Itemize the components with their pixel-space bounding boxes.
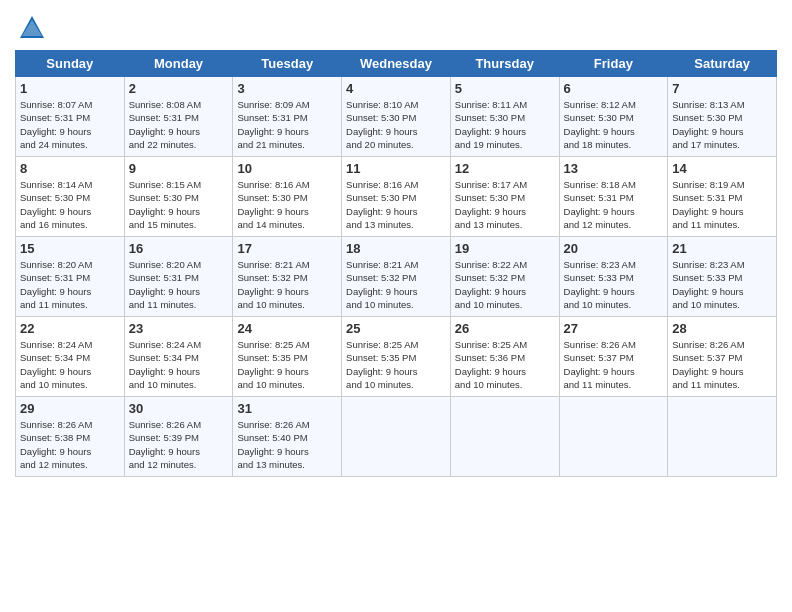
day-number: 21 <box>672 241 772 256</box>
calendar-cell: 24Sunrise: 8:25 AM Sunset: 5:35 PM Dayli… <box>233 317 342 397</box>
day-info: Sunrise: 8:24 AM Sunset: 5:34 PM Dayligh… <box>129 338 229 391</box>
day-number: 14 <box>672 161 772 176</box>
day-info: Sunrise: 8:21 AM Sunset: 5:32 PM Dayligh… <box>346 258 446 311</box>
calendar-cell: 4Sunrise: 8:10 AM Sunset: 5:30 PM Daylig… <box>342 77 451 157</box>
calendar-cell: 11Sunrise: 8:16 AM Sunset: 5:30 PM Dayli… <box>342 157 451 237</box>
day-info: Sunrise: 8:25 AM Sunset: 5:36 PM Dayligh… <box>455 338 555 391</box>
calendar-cell: 5Sunrise: 8:11 AM Sunset: 5:30 PM Daylig… <box>450 77 559 157</box>
calendar-week-row: 29Sunrise: 8:26 AM Sunset: 5:38 PM Dayli… <box>16 397 777 477</box>
calendar-table: SundayMondayTuesdayWednesdayThursdayFrid… <box>15 50 777 477</box>
day-header-friday: Friday <box>559 51 668 77</box>
calendar-cell: 27Sunrise: 8:26 AM Sunset: 5:37 PM Dayli… <box>559 317 668 397</box>
day-number: 31 <box>237 401 337 416</box>
calendar-cell: 28Sunrise: 8:26 AM Sunset: 5:37 PM Dayli… <box>668 317 777 397</box>
day-info: Sunrise: 8:17 AM Sunset: 5:30 PM Dayligh… <box>455 178 555 231</box>
day-info: Sunrise: 8:25 AM Sunset: 5:35 PM Dayligh… <box>237 338 337 391</box>
day-number: 7 <box>672 81 772 96</box>
day-info: Sunrise: 8:26 AM Sunset: 5:40 PM Dayligh… <box>237 418 337 471</box>
calendar-cell <box>342 397 451 477</box>
calendar-cell: 26Sunrise: 8:25 AM Sunset: 5:36 PM Dayli… <box>450 317 559 397</box>
day-number: 30 <box>129 401 229 416</box>
day-number: 2 <box>129 81 229 96</box>
calendar-cell: 1Sunrise: 8:07 AM Sunset: 5:31 PM Daylig… <box>16 77 125 157</box>
calendar-cell <box>668 397 777 477</box>
day-info: Sunrise: 8:18 AM Sunset: 5:31 PM Dayligh… <box>564 178 664 231</box>
calendar-week-row: 8Sunrise: 8:14 AM Sunset: 5:30 PM Daylig… <box>16 157 777 237</box>
day-info: Sunrise: 8:11 AM Sunset: 5:30 PM Dayligh… <box>455 98 555 151</box>
day-number: 6 <box>564 81 664 96</box>
calendar-cell: 13Sunrise: 8:18 AM Sunset: 5:31 PM Dayli… <box>559 157 668 237</box>
day-info: Sunrise: 8:23 AM Sunset: 5:33 PM Dayligh… <box>672 258 772 311</box>
calendar-header-row: SundayMondayTuesdayWednesdayThursdayFrid… <box>16 51 777 77</box>
calendar-week-row: 1Sunrise: 8:07 AM Sunset: 5:31 PM Daylig… <box>16 77 777 157</box>
day-info: Sunrise: 8:26 AM Sunset: 5:37 PM Dayligh… <box>672 338 772 391</box>
logo-icon <box>18 14 46 42</box>
calendar-cell: 2Sunrise: 8:08 AM Sunset: 5:31 PM Daylig… <box>124 77 233 157</box>
calendar-cell: 19Sunrise: 8:22 AM Sunset: 5:32 PM Dayli… <box>450 237 559 317</box>
day-info: Sunrise: 8:20 AM Sunset: 5:31 PM Dayligh… <box>129 258 229 311</box>
calendar-cell: 31Sunrise: 8:26 AM Sunset: 5:40 PM Dayli… <box>233 397 342 477</box>
day-info: Sunrise: 8:19 AM Sunset: 5:31 PM Dayligh… <box>672 178 772 231</box>
calendar-cell: 7Sunrise: 8:13 AM Sunset: 5:30 PM Daylig… <box>668 77 777 157</box>
day-number: 26 <box>455 321 555 336</box>
day-number: 4 <box>346 81 446 96</box>
calendar-cell: 20Sunrise: 8:23 AM Sunset: 5:33 PM Dayli… <box>559 237 668 317</box>
calendar-cell: 15Sunrise: 8:20 AM Sunset: 5:31 PM Dayli… <box>16 237 125 317</box>
calendar-cell <box>559 397 668 477</box>
day-number: 19 <box>455 241 555 256</box>
calendar-cell: 30Sunrise: 8:26 AM Sunset: 5:39 PM Dayli… <box>124 397 233 477</box>
day-info: Sunrise: 8:12 AM Sunset: 5:30 PM Dayligh… <box>564 98 664 151</box>
day-info: Sunrise: 8:23 AM Sunset: 5:33 PM Dayligh… <box>564 258 664 311</box>
day-info: Sunrise: 8:21 AM Sunset: 5:32 PM Dayligh… <box>237 258 337 311</box>
calendar-cell: 9Sunrise: 8:15 AM Sunset: 5:30 PM Daylig… <box>124 157 233 237</box>
day-number: 27 <box>564 321 664 336</box>
day-number: 29 <box>20 401 120 416</box>
day-info: Sunrise: 8:08 AM Sunset: 5:31 PM Dayligh… <box>129 98 229 151</box>
day-number: 22 <box>20 321 120 336</box>
calendar-cell: 17Sunrise: 8:21 AM Sunset: 5:32 PM Dayli… <box>233 237 342 317</box>
day-info: Sunrise: 8:09 AM Sunset: 5:31 PM Dayligh… <box>237 98 337 151</box>
day-info: Sunrise: 8:13 AM Sunset: 5:30 PM Dayligh… <box>672 98 772 151</box>
day-header-sunday: Sunday <box>16 51 125 77</box>
day-number: 8 <box>20 161 120 176</box>
calendar-cell: 22Sunrise: 8:24 AM Sunset: 5:34 PM Dayli… <box>16 317 125 397</box>
day-number: 3 <box>237 81 337 96</box>
day-info: Sunrise: 8:25 AM Sunset: 5:35 PM Dayligh… <box>346 338 446 391</box>
day-info: Sunrise: 8:22 AM Sunset: 5:32 PM Dayligh… <box>455 258 555 311</box>
day-number: 13 <box>564 161 664 176</box>
calendar-cell: 25Sunrise: 8:25 AM Sunset: 5:35 PM Dayli… <box>342 317 451 397</box>
day-number: 24 <box>237 321 337 336</box>
day-number: 9 <box>129 161 229 176</box>
calendar-cell: 18Sunrise: 8:21 AM Sunset: 5:32 PM Dayli… <box>342 237 451 317</box>
day-info: Sunrise: 8:10 AM Sunset: 5:30 PM Dayligh… <box>346 98 446 151</box>
day-info: Sunrise: 8:15 AM Sunset: 5:30 PM Dayligh… <box>129 178 229 231</box>
day-header-thursday: Thursday <box>450 51 559 77</box>
calendar-cell: 12Sunrise: 8:17 AM Sunset: 5:30 PM Dayli… <box>450 157 559 237</box>
day-info: Sunrise: 8:16 AM Sunset: 5:30 PM Dayligh… <box>346 178 446 231</box>
day-number: 10 <box>237 161 337 176</box>
day-number: 5 <box>455 81 555 96</box>
day-number: 12 <box>455 161 555 176</box>
logo <box>15 14 46 42</box>
day-number: 1 <box>20 81 120 96</box>
calendar-cell: 8Sunrise: 8:14 AM Sunset: 5:30 PM Daylig… <box>16 157 125 237</box>
day-info: Sunrise: 8:26 AM Sunset: 5:38 PM Dayligh… <box>20 418 120 471</box>
day-info: Sunrise: 8:24 AM Sunset: 5:34 PM Dayligh… <box>20 338 120 391</box>
day-header-wednesday: Wednesday <box>342 51 451 77</box>
calendar-cell: 14Sunrise: 8:19 AM Sunset: 5:31 PM Dayli… <box>668 157 777 237</box>
calendar-week-row: 22Sunrise: 8:24 AM Sunset: 5:34 PM Dayli… <box>16 317 777 397</box>
calendar-cell: 10Sunrise: 8:16 AM Sunset: 5:30 PM Dayli… <box>233 157 342 237</box>
svg-marker-1 <box>22 20 42 36</box>
day-header-tuesday: Tuesday <box>233 51 342 77</box>
calendar-week-row: 15Sunrise: 8:20 AM Sunset: 5:31 PM Dayli… <box>16 237 777 317</box>
day-info: Sunrise: 8:14 AM Sunset: 5:30 PM Dayligh… <box>20 178 120 231</box>
header <box>15 10 777 42</box>
calendar-cell: 6Sunrise: 8:12 AM Sunset: 5:30 PM Daylig… <box>559 77 668 157</box>
day-number: 23 <box>129 321 229 336</box>
day-number: 17 <box>237 241 337 256</box>
day-info: Sunrise: 8:16 AM Sunset: 5:30 PM Dayligh… <box>237 178 337 231</box>
day-number: 28 <box>672 321 772 336</box>
calendar-cell <box>450 397 559 477</box>
day-number: 18 <box>346 241 446 256</box>
day-number: 25 <box>346 321 446 336</box>
